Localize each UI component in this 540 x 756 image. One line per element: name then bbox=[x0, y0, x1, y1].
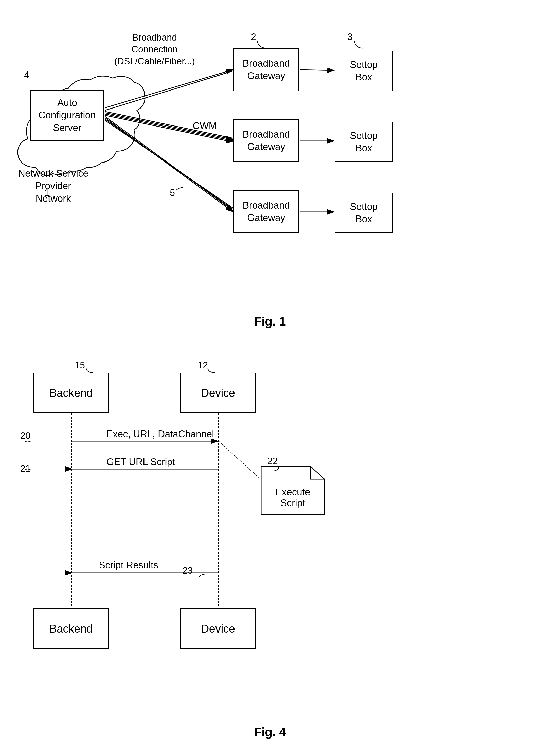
settop-box-1: SettopBox bbox=[335, 51, 393, 91]
bb-gateway-3: BroadbandGateway bbox=[233, 190, 299, 233]
settop-3-text: SettopBox bbox=[350, 200, 378, 226]
fig4-diagram: 15 12 Backend Device 20 21 22 23 Execute… bbox=[0, 350, 540, 743]
bb-gateway-1: BroadbandGateway bbox=[233, 48, 299, 91]
cwm-label: CWM bbox=[193, 120, 217, 131]
bb-gateway-3-text: BroadbandGateway bbox=[243, 199, 290, 224]
bb-connection-label: BroadbandConnection(DSL/Cable/Fiber...) bbox=[109, 32, 200, 67]
settop-2-text: SettopBox bbox=[350, 130, 378, 155]
bb-gateway-2-text: BroadbandGateway bbox=[243, 128, 290, 153]
nsp-text: Network ServiceProvider Network bbox=[18, 167, 89, 205]
bb-gateway-1-text: BroadbandGateway bbox=[243, 57, 290, 82]
settop-box-3: SettopBox bbox=[335, 193, 393, 233]
fig4-caption: Fig. 4 bbox=[254, 725, 286, 739]
svg-text:GET URL Script: GET URL Script bbox=[106, 456, 175, 467]
settop-1-text: SettopBox bbox=[350, 59, 378, 84]
svg-line-11 bbox=[300, 70, 334, 70]
bb-gateway-2: BroadbandGateway bbox=[233, 119, 299, 162]
settop-box-2: SettopBox bbox=[335, 122, 393, 162]
svg-text:Script Results: Script Results bbox=[99, 560, 158, 570]
fig4-arrows: Exec, URL, DataChannel GET URL Script Sc… bbox=[0, 350, 540, 743]
label-3: 3 bbox=[347, 32, 352, 42]
acs-box: AutoConfigurationServer bbox=[30, 90, 104, 141]
page: 4 AutoConfigurationServer Network Servic… bbox=[0, 0, 540, 756]
label-1: 1 bbox=[44, 188, 50, 198]
fig1-diagram: 4 AutoConfigurationServer Network Servic… bbox=[0, 15, 540, 345]
label-2: 2 bbox=[251, 32, 256, 42]
label-4: 4 bbox=[24, 70, 29, 80]
label-5: 5 bbox=[170, 188, 175, 198]
svg-line-25 bbox=[218, 441, 261, 479]
fig1-caption: Fig. 1 bbox=[254, 315, 286, 328]
acs-text: AutoConfigurationServer bbox=[39, 97, 96, 134]
svg-text:Exec, URL, DataChannel: Exec, URL, DataChannel bbox=[106, 429, 214, 440]
